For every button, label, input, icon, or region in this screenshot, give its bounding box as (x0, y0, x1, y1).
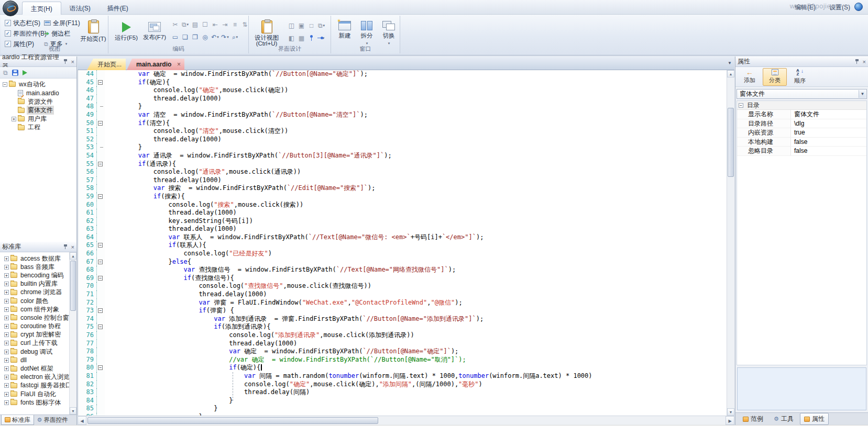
code-line[interactable]: 44var 确定 = window.FindFirstByXPath(`//Bu… (78, 70, 727, 79)
code-line[interactable]: 70console.log("查找微信号",mouse.click(查找微信号)… (78, 282, 727, 290)
code-line[interactable]: 81var 间隔 = math.random(tonumber(winform.… (78, 372, 727, 380)
code-line[interactable]: 52thread.delay(1000) (78, 136, 727, 144)
switch-button[interactable]: 切换 ▾ (378, 18, 399, 48)
pin-icon[interactable] (63, 59, 68, 64)
property-row[interactable]: 忽略目录false (737, 147, 866, 156)
code-line[interactable]: 48} (78, 103, 727, 111)
fold-collapse-icon[interactable]: − (98, 260, 103, 264)
property-row[interactable]: 目录路径\dlg (737, 119, 866, 129)
fold-collapse-icon[interactable]: − (98, 308, 103, 313)
expand-icon[interactable]: + (4, 392, 9, 397)
tab-properties[interactable]: 属性 (800, 413, 829, 425)
fold-collapse-icon[interactable]: − (98, 324, 103, 329)
library-item[interactable]: +console 控制台窗口 (0, 313, 76, 322)
expand-icon[interactable]: + (4, 273, 9, 278)
library-item[interactable]: +crypt 加密解密 (0, 331, 76, 339)
expand-icon[interactable]: + (4, 265, 9, 270)
code-line[interactable]: 83thread.delay(间隔) (78, 388, 727, 397)
format-icon[interactable]: ≡ (230, 20, 240, 29)
save-all-icon[interactable] (12, 70, 18, 76)
fold-collapse-icon[interactable]: − (98, 243, 103, 248)
scroll-up-icon[interactable]: ▲ (727, 70, 734, 77)
run-project-icon[interactable] (23, 70, 27, 75)
tree-item[interactable]: 资源文件 (0, 97, 76, 106)
code-line[interactable]: 54var 通讯录 = window.FindFirstByXPath(`//B… (78, 152, 727, 160)
paste-icon[interactable]: ▤ (190, 20, 200, 29)
library-item[interactable]: +dotNet 框架 (0, 364, 76, 373)
expand-icon[interactable]: + (4, 358, 9, 363)
redo-icon[interactable]: ↷▾ (220, 32, 230, 41)
fold-collapse-icon[interactable]: − (98, 80, 103, 85)
code-line[interactable]: 78var 确定 = window.FindFirstByXPath(`//Bu… (78, 348, 727, 356)
library-scrollbar[interactable]: ▲ ▼ (69, 252, 76, 415)
code-line[interactable]: 55−if(通讯录){ (78, 160, 727, 169)
expand-icon[interactable]: + (4, 400, 9, 405)
fold-collapse-icon[interactable]: − (98, 365, 103, 370)
code-line[interactable]: 60console.log("搜索",mouse.click(搜索)) (78, 201, 727, 209)
library-item[interactable]: +coroutine 协程 (0, 322, 76, 331)
tab-standard-library[interactable]: 标准库 (1, 415, 34, 425)
library-item[interactable]: +chrome 浏览器 (0, 288, 76, 297)
tree-item[interactable]: main.aardio (0, 89, 76, 98)
property-row[interactable]: 内嵌资源true (737, 128, 866, 138)
publish-button[interactable]: 发布(F7) (141, 18, 168, 48)
chevron-down-icon[interactable]: ▼ (859, 90, 866, 98)
expand-icon[interactable]: + (4, 307, 9, 312)
scroll-down-icon[interactable]: ▼ (727, 408, 734, 416)
tab-home[interactable]: 主页(H) (22, 2, 61, 16)
scrollbar-thumb[interactable] (70, 261, 76, 311)
fold-collapse-icon[interactable]: − (98, 194, 103, 199)
library-item[interactable]: +fonts 图标字体 (0, 398, 76, 407)
editor-horizontal-scrollbar[interactable]: ◀ ▶ (78, 416, 734, 425)
settings-menu[interactable]: 设置(S) (829, 3, 850, 12)
tab-start-page[interactable]: 开始页... (87, 59, 126, 70)
comment-icon[interactable]: ❏ (180, 32, 190, 41)
tab-syntax[interactable]: 语法(S) (61, 2, 99, 16)
property-value[interactable]: true (791, 128, 866, 137)
expand-icon[interactable]: + (4, 332, 9, 337)
sync-project-icon[interactable]: ⧉ (3, 70, 8, 76)
app-logo-icon[interactable] (3, 1, 18, 16)
property-value[interactable]: false (791, 147, 866, 155)
library-item[interactable]: +bencoding 编码 (0, 271, 76, 279)
library-item[interactable]: +curl 上传下载 (0, 339, 76, 348)
close-icon[interactable]: × (71, 244, 74, 250)
code-line[interactable]: 58var 搜索 = window.FindFirstByXPath(`//Ed… (78, 184, 727, 193)
fold-collapse-icon[interactable]: − (98, 121, 103, 126)
code-line[interactable]: 47thread.delay(1000) (78, 95, 727, 103)
undo-icon[interactable]: ↶▾ (210, 32, 220, 41)
code-line[interactable]: 61thread.delay(1000) (78, 209, 727, 217)
anchor-horizontal-icon[interactable]: ▾ (316, 33, 326, 42)
tree-item[interactable]: 窗体文件 (0, 106, 76, 115)
outdent-icon[interactable]: ⇤ (210, 20, 220, 29)
categorize-button[interactable]: 分类 (763, 68, 787, 86)
uncomment-icon[interactable]: ❐ (190, 32, 200, 41)
code-line[interactable]: 56console.log("通讯录",mouse.click(通讯录)) (78, 168, 727, 176)
code-line[interactable]: 65−if(联系人){ (78, 241, 727, 250)
expand-icon[interactable]: + (4, 324, 9, 329)
expand-icon[interactable]: + (4, 366, 9, 371)
expand-icon[interactable]: + (4, 375, 9, 379)
code-line[interactable]: 66console.log("已经是好友") (78, 250, 727, 258)
code-line[interactable]: 46console.log("确定",mouse.click(确定)) (78, 86, 727, 95)
new-window-button[interactable]: 新建 (334, 18, 355, 48)
pin-icon[interactable] (63, 244, 68, 250)
align-controls-icon[interactable]: ◫ (287, 21, 296, 30)
code-editor[interactable]: 44var 确定 = window.FindFirstByXPath(`//Bu… (78, 70, 734, 416)
scrollbar-thumb[interactable] (728, 108, 734, 177)
scroll-right-icon[interactable]: ▶ (726, 416, 734, 425)
run-button[interactable]: 运行(F5) (113, 18, 140, 48)
tab-plugins[interactable]: 插件(E) (99, 2, 137, 16)
property-category-row[interactable]: − 目录 (737, 101, 866, 110)
scroll-up-icon[interactable]: ▲ (70, 252, 76, 260)
library-item[interactable]: +com 组件对象 (0, 305, 76, 313)
expand-icon[interactable]: + (4, 341, 9, 345)
code-line[interactable]: 85} (78, 405, 727, 413)
expand-icon[interactable]: + (4, 350, 9, 354)
code-line[interactable]: 73−if(弹窗) { (78, 307, 727, 315)
expand-icon[interactable]: + (4, 282, 9, 286)
code-line[interactable]: 80−if(确定){ (78, 364, 727, 372)
code-line[interactable]: 69−if(查找微信号){ (78, 274, 727, 283)
library-item[interactable]: +electron 嵌入浏览器 (0, 373, 76, 382)
code-line[interactable]: 72var 弹窗 = FlaUI.FindWindow("WeChat.exe"… (78, 299, 727, 307)
